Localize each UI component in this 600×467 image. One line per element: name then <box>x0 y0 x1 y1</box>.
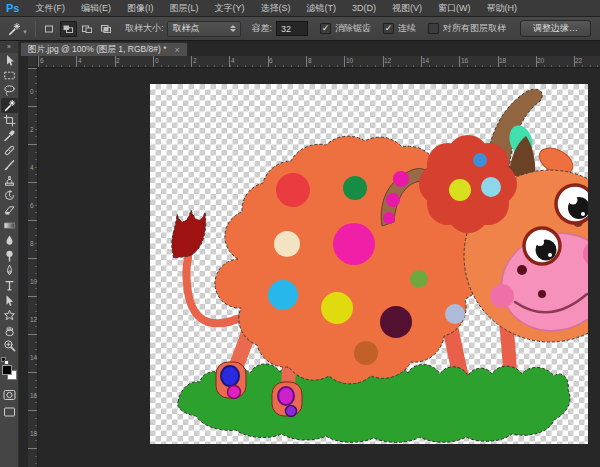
ruler-number: 4 <box>30 164 34 171</box>
eye-highlight <box>548 253 552 257</box>
anti-alias-checkbox[interactable]: ✓ 消除锯齿 <box>320 22 371 35</box>
menu-bar: Ps 文件(F) 编辑(E) 图像(I) 图层(L) 文字(Y) 选择(S) 滤… <box>0 0 600 17</box>
body-dot <box>445 304 465 324</box>
sample-size-dropdown[interactable]: 取样点 <box>167 21 241 37</box>
eyedropper-tool[interactable] <box>1 128 18 143</box>
foreground-color-swatch[interactable] <box>2 365 12 375</box>
options-separator <box>35 21 36 37</box>
ruler-number: 14 <box>422 57 429 64</box>
intersect-selection-icon <box>100 24 112 34</box>
photoshop-logo: Ps <box>0 2 27 14</box>
hoof-nail <box>221 366 239 386</box>
ruler-number: 6 <box>30 202 34 209</box>
menu-item-window[interactable]: 窗口(W) <box>430 2 479 15</box>
type-tool[interactable] <box>1 278 18 293</box>
menu-item-3d[interactable]: 3D(D) <box>344 3 384 13</box>
menu-item-view[interactable]: 视图(V) <box>384 2 430 15</box>
canvas-document[interactable] <box>150 84 588 444</box>
menu-item-help[interactable]: 帮助(H) <box>478 2 525 15</box>
cheek <box>490 284 514 308</box>
ruler-number: 6 <box>269 57 273 64</box>
zoom-tool[interactable] <box>1 338 18 353</box>
vertical-ruler[interactable]: 0 2 4 6 8 10 12 14 16 18 <box>28 68 38 467</box>
crop-tool[interactable] <box>1 113 18 128</box>
dodge-tool[interactable] <box>1 248 18 263</box>
color-swatches[interactable] <box>1 357 18 385</box>
marquee-tool-icon <box>3 69 16 82</box>
menu-item-select[interactable]: 选择(S) <box>252 2 298 15</box>
menu-item-edit[interactable]: 编辑(E) <box>73 2 119 15</box>
ruler-number: 22 <box>575 57 582 64</box>
checkbox-checked-icon: ✓ <box>383 23 394 34</box>
ruler-number: 0 <box>155 57 159 64</box>
anti-alias-label: 消除锯齿 <box>335 22 371 35</box>
checkbox-checked-icon: ✓ <box>320 23 331 34</box>
active-tool-preview[interactable]: ▼ <box>7 22 30 36</box>
nostril <box>517 265 527 275</box>
custom-shape-tool[interactable] <box>1 308 18 323</box>
menu-item-image[interactable]: 图像(I) <box>119 2 162 15</box>
pen-tool-icon <box>3 264 16 277</box>
screen-mode-button[interactable] <box>1 404 18 419</box>
flower-dot <box>481 177 501 197</box>
ruler-number: 6 <box>40 57 44 64</box>
history-brush-tool[interactable] <box>1 188 18 203</box>
magic-wand-tool[interactable] <box>1 98 18 113</box>
eraser-tool[interactable] <box>1 203 18 218</box>
nostril <box>538 290 546 298</box>
new-selection-icon <box>43 24 55 34</box>
ruler-number: 0 <box>30 88 34 95</box>
add-to-selection-icon <box>62 24 74 34</box>
blur-tool-icon <box>3 234 16 247</box>
ruler-number: 8 <box>30 240 34 247</box>
checkbox-unchecked-icon <box>428 23 439 34</box>
contiguous-checkbox[interactable]: ✓ 连续 <box>383 22 416 35</box>
clone-stamp-tool[interactable] <box>1 173 18 188</box>
menu-item-file[interactable]: 文件(F) <box>27 2 73 15</box>
photoshop-window: Ps 文件(F) 编辑(E) 图像(I) 图层(L) 文字(Y) 选择(S) 滤… <box>0 0 600 467</box>
eye-highlight <box>569 196 578 205</box>
document-tab-title: 图片.jpg @ 100% (图层 1, RGB/8#) * <box>28 44 167 56</box>
new-selection-button[interactable] <box>41 21 58 37</box>
add-to-selection-button[interactable] <box>60 21 77 37</box>
toolbar-collapse-button[interactable]: » <box>0 41 18 53</box>
gradient-tool[interactable] <box>1 218 18 233</box>
ruler-number: 4 <box>231 57 235 64</box>
brush-tool[interactable] <box>1 158 18 173</box>
refine-edge-button[interactable]: 调整边缘… <box>520 20 591 37</box>
blur-tool[interactable] <box>1 233 18 248</box>
tolerance-input[interactable] <box>276 21 308 36</box>
spot-healing-brush-tool[interactable] <box>1 143 18 158</box>
tool-options-bar: ▼ 取样大小: 取样点 容差: ✓ 消除锯齿 <box>0 17 600 41</box>
horizontal-ruler[interactable]: 6 4 2 0 2 4 6 8 10 12 14 16 18 20 22 <box>38 56 600 68</box>
quick-mask-button[interactable] <box>1 387 18 402</box>
ruler-corner <box>28 56 38 68</box>
ruler-number: 10 <box>30 278 37 285</box>
dropdown-arrows-icon <box>230 25 236 32</box>
lasso-tool-icon <box>3 84 16 97</box>
sample-all-layers-label: 对所有图层取样 <box>443 22 506 35</box>
ruler-number: 2 <box>116 57 120 64</box>
hand-tool[interactable] <box>1 323 18 338</box>
flower-dot <box>449 179 471 201</box>
hoof-nail <box>228 386 241 399</box>
lasso-tool[interactable] <box>1 83 18 98</box>
menu-item-layer[interactable]: 图层(L) <box>161 2 206 15</box>
body-dot <box>354 341 378 365</box>
path-selection-tool[interactable] <box>1 293 18 308</box>
cow-artwork <box>150 84 588 444</box>
pen-tool[interactable] <box>1 263 18 278</box>
intersect-selection-button[interactable] <box>98 21 115 37</box>
tab-close-icon[interactable]: × <box>175 45 180 55</box>
gradient-tool-icon <box>3 219 16 232</box>
document-tab[interactable]: 图片.jpg @ 100% (图层 1, RGB/8#) * × <box>20 42 188 56</box>
move-tool[interactable] <box>1 53 18 68</box>
dodge-tool-icon <box>3 249 16 262</box>
tail-tassel <box>172 210 206 258</box>
rectangular-marquee-tool[interactable] <box>1 68 18 83</box>
menu-item-type[interactable]: 文字(Y) <box>206 2 252 15</box>
quick-mask-icon <box>3 389 16 401</box>
menu-item-filter[interactable]: 滤镜(T) <box>298 2 344 15</box>
subtract-from-selection-button[interactable] <box>79 21 96 37</box>
sample-all-layers-checkbox[interactable]: 对所有图层取样 <box>428 22 506 35</box>
